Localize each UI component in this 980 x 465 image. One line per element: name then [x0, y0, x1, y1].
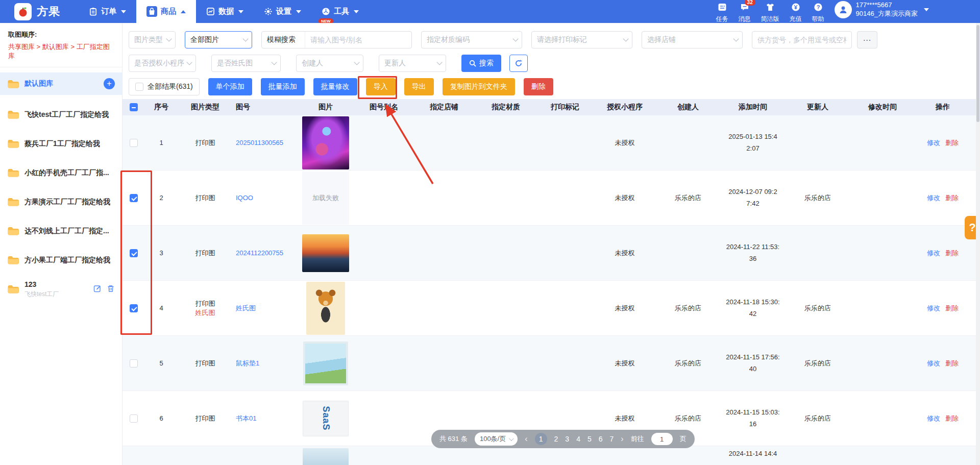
toolbar-button-复制图片到文件夹[interactable]: 复制图片到文件夹 — [443, 78, 515, 95]
folder-item[interactable]: 123飞快test工厂 — [0, 275, 122, 304]
image-code-link[interactable]: 鼠标垫1 — [236, 359, 259, 367]
image-type: 打印图 — [180, 414, 231, 423]
folder-item[interactable]: 蔡兵工厂1工厂指定给我 — [0, 129, 122, 158]
row-checkbox[interactable] — [130, 359, 138, 368]
refresh-button[interactable] — [509, 55, 528, 72]
search-button[interactable]: 搜索 — [461, 55, 501, 72]
image-code-link[interactable]: IQOO — [236, 194, 253, 202]
image-thumbnail[interactable] — [303, 448, 349, 465]
toolbar-button-批量修改[interactable]: 批量修改 — [313, 78, 357, 95]
quick-充值[interactable]: 充值 — [790, 2, 802, 23]
more-filters-button[interactable]: ⋯ — [857, 31, 877, 48]
print-mark-select[interactable]: 请选择打印标记 — [531, 31, 632, 48]
image-thumbnail[interactable] — [302, 234, 349, 272]
menu-工具[interactable]: 工具NEW — [311, 0, 369, 23]
image-code-link[interactable]: 书本01 — [236, 414, 256, 422]
menu-数据[interactable]: 数据 — [196, 0, 254, 23]
shop-select[interactable]: 选择店铺 — [642, 31, 743, 48]
delete-link[interactable]: 删除 — [945, 414, 959, 422]
page-size-select[interactable]: 100条/页 — [475, 432, 518, 446]
image-thumbnail[interactable] — [302, 116, 349, 169]
delete-link[interactable]: 删除 — [945, 194, 959, 202]
image-scope-select[interactable]: 全部图片 — [185, 31, 252, 48]
row-checkbox[interactable] — [130, 139, 138, 147]
material-code-select[interactable]: 指定材质编码 — [421, 31, 522, 48]
folder-item[interactable]: 方果演示工厂工厂指定给我 — [0, 187, 122, 216]
edit-icon[interactable] — [93, 284, 102, 295]
fuzzy-mode-select[interactable]: 模糊搜索 — [262, 32, 305, 48]
image-thumbnail[interactable] — [306, 282, 345, 335]
folder-item[interactable]: 飞快test工厂工厂指定给我 — [0, 100, 122, 129]
row-checkbox[interactable] — [130, 414, 138, 423]
product-icon — [146, 6, 157, 17]
delete-link[interactable]: 删除 — [945, 249, 959, 257]
image-thumbnail[interactable]: 加载失败 — [302, 172, 349, 225]
row-checkbox[interactable] — [130, 304, 138, 312]
page-number-3[interactable]: 3 — [565, 435, 569, 443]
image-thumbnail[interactable]: SaaS — [303, 401, 349, 436]
page-number-6[interactable]: 6 — [599, 435, 603, 443]
brand-logo-icon[interactable] — [14, 3, 32, 20]
folder-icon — [7, 139, 19, 149]
quick-帮助[interactable]: ?帮助 — [812, 2, 824, 23]
row-number: 3 — [143, 249, 180, 257]
page-number-2[interactable]: 2 — [554, 435, 558, 443]
edit-link[interactable]: 修改 — [927, 359, 940, 367]
edit-link[interactable]: 修改 — [927, 304, 940, 312]
toolbar-button-导出[interactable]: 导出 — [404, 78, 434, 95]
next-page-button[interactable]: › — [621, 434, 623, 444]
row-checkbox[interactable] — [130, 249, 138, 257]
trash-icon[interactable] — [107, 284, 115, 295]
supplier-code-input[interactable] — [752, 31, 852, 48]
quick-简洁版[interactable]: 简洁版 — [761, 2, 779, 23]
page-number-7[interactable]: 7 — [610, 435, 614, 443]
surname-image-select[interactable]: 是否姓氏图 — [211, 55, 281, 72]
row-operations: 修改删除 — [916, 193, 970, 203]
image-code-link[interactable]: 姓氏图 — [236, 304, 256, 312]
add-folder-button[interactable]: + — [104, 78, 115, 89]
caret-icon — [181, 10, 186, 13]
toolbar-button-删除[interactable]: 删除 — [524, 78, 553, 95]
page-number-5[interactable]: 5 — [587, 435, 592, 443]
quick-任务[interactable]: 任务 — [716, 2, 728, 23]
delete-link[interactable]: 删除 — [945, 359, 959, 367]
edit-link[interactable]: 修改 — [927, 414, 940, 422]
column-header-图号: 图号 — [231, 103, 297, 112]
delete-link[interactable]: 删除 — [945, 139, 959, 146]
folder-item[interactable]: 默认图库+ — [0, 72, 122, 95]
page-number-1[interactable]: 1 — [535, 433, 547, 445]
updater-select[interactable]: 更新人 — [379, 55, 446, 72]
image-type-select[interactable]: 图片类型 — [129, 31, 176, 48]
toolbar-button-单个添加[interactable]: 单个添加 — [208, 78, 252, 95]
edit-link[interactable]: 修改 — [927, 139, 940, 146]
folder-item[interactable]: 达不刘线上工厂工厂指定... — [0, 216, 122, 246]
column-header-授权小程序: 授权小程序 — [593, 103, 656, 112]
mini-program-auth: 未授权 — [593, 414, 656, 423]
scrollbar-thumb[interactable] — [976, 25, 979, 122]
select-all-checkbox[interactable] — [135, 83, 143, 91]
toolbar-button-批量添加[interactable]: 批量添加 — [261, 78, 305, 95]
prev-page-button[interactable]: ‹ — [525, 434, 527, 444]
mini-program-auth-select[interactable]: 是否授权小程序 — [129, 55, 196, 72]
image-thumbnail[interactable] — [303, 341, 348, 385]
page-number-4[interactable]: 4 — [576, 435, 580, 443]
toolbar-button-导入[interactable]: 导入 — [366, 78, 396, 95]
menu-设置[interactable]: 设置 — [254, 0, 311, 23]
creator-select[interactable]: 创建人 — [296, 55, 363, 72]
account-menu[interactable]: 177****5667 90146_方果演示商家 — [835, 1, 929, 18]
scrollbar[interactable] — [976, 23, 980, 465]
folder-item[interactable]: 小红的手机壳工厂工厂指... — [0, 158, 122, 187]
header-checkbox[interactable] — [130, 103, 138, 111]
row-checkbox[interactable] — [130, 194, 138, 202]
code-search-input[interactable] — [305, 36, 411, 44]
menu-订单[interactable]: 订单 — [79, 0, 136, 23]
folder-item[interactable]: 方小果工厂端工厂指定给我 — [0, 246, 122, 275]
edit-link[interactable]: 修改 — [927, 249, 940, 257]
image-code-link[interactable]: 2024112200755 — [236, 249, 283, 257]
edit-link[interactable]: 修改 — [927, 194, 940, 202]
delete-link[interactable]: 删除 — [945, 304, 959, 312]
menu-商品[interactable]: 商品 — [136, 0, 196, 23]
goto-page-input[interactable] — [651, 433, 673, 445]
image-code-link[interactable]: 2025011300565 — [236, 139, 283, 146]
quick-消息[interactable]: 消息32 — [739, 2, 751, 23]
